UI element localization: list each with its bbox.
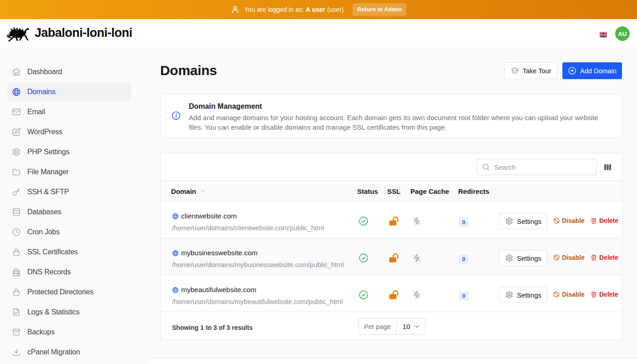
svg-text:i: i bbox=[176, 113, 177, 119]
